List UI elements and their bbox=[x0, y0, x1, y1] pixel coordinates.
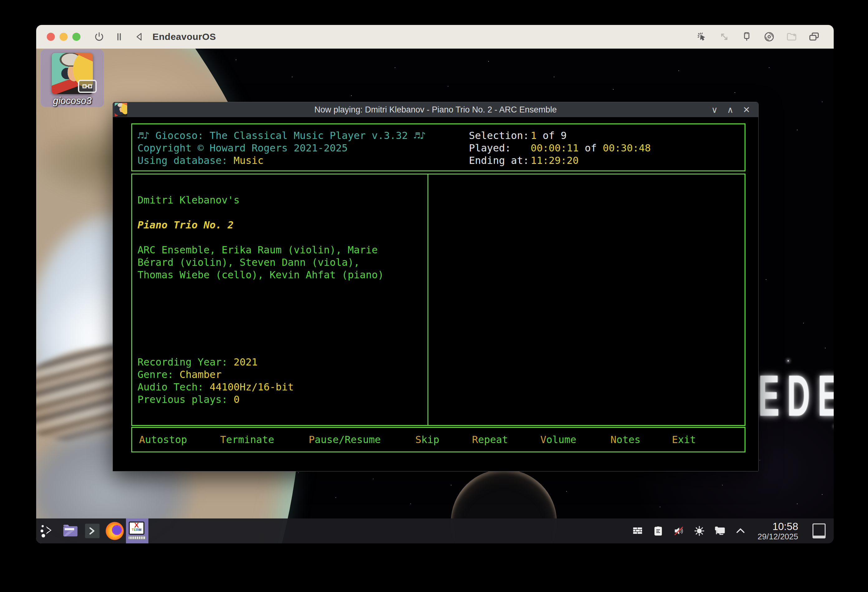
brightness-icon[interactable] bbox=[694, 524, 705, 538]
vm-titlebar[interactable]: EndeavourOS bbox=[36, 25, 834, 49]
genre-line: Genre: Chamber bbox=[137, 368, 384, 381]
firefox-icon[interactable] bbox=[103, 518, 126, 543]
audio-tech-value: 44100Hz/16-bit bbox=[210, 381, 294, 393]
clock[interactable]: 10:58 29/12/2025 bbox=[757, 521, 798, 541]
artists-line: ARC Ensemble, Erika Raum (violin), Marie bbox=[137, 244, 384, 256]
terminal-icon[interactable] bbox=[81, 518, 103, 543]
taskbar: XTERM bbox=[36, 518, 834, 543]
wallpaper-ganymede-text: EDE bbox=[758, 367, 834, 425]
minimize-traffic-light[interactable] bbox=[59, 33, 68, 41]
menu-pause-resume[interactable]: Pause/Resume bbox=[309, 428, 381, 452]
header-box: ♬♪ Giocoso: The Classical Music Player v… bbox=[131, 124, 745, 171]
xterm-window: Now playing: Dmitri Klebanov - Piano Tri… bbox=[112, 102, 759, 471]
vm-window: EndeavourOS bbox=[36, 25, 834, 543]
menu-repeat[interactable]: Repeat bbox=[472, 428, 508, 452]
clock-time: 10:58 bbox=[757, 521, 798, 532]
app-launcher-icon[interactable] bbox=[36, 518, 59, 543]
menu-skip[interactable]: Skip bbox=[415, 428, 439, 452]
vm-window-title: EndeavourOS bbox=[152, 31, 216, 42]
network-icon[interactable] bbox=[714, 524, 726, 538]
shortcut-link-icon bbox=[78, 80, 97, 93]
xterm-icon[interactable]: XTERM bbox=[126, 518, 148, 543]
selection-current: 1 bbox=[531, 130, 537, 141]
close-traffic-light[interactable] bbox=[47, 33, 55, 41]
panel-divider bbox=[427, 174, 428, 425]
usb-icon[interactable] bbox=[741, 31, 753, 43]
file-manager-icon[interactable] bbox=[59, 518, 81, 543]
minimize-button[interactable]: ∨ bbox=[712, 105, 718, 115]
database-name: Music bbox=[233, 155, 263, 166]
keyboard-layout-icon[interactable] bbox=[632, 524, 644, 538]
tray-expand-icon[interactable] bbox=[735, 524, 746, 538]
shared-folder-icon[interactable] bbox=[786, 31, 797, 43]
disc-icon[interactable] bbox=[763, 31, 775, 43]
zoom-traffic-light[interactable] bbox=[72, 33, 80, 41]
pause-icon[interactable] bbox=[113, 31, 125, 43]
desktop-icon-label: giocoso3 bbox=[41, 95, 104, 106]
played-total: 00:30:48 bbox=[603, 142, 651, 154]
previous-plays-value: 0 bbox=[233, 393, 239, 405]
capture-cursor-icon[interactable] bbox=[696, 31, 708, 43]
display-windows-icon[interactable] bbox=[808, 31, 820, 43]
played-elapsed: 00:00:11 bbox=[531, 142, 579, 154]
copyright-line: Copyright © Howard Rogers 2021-2025 bbox=[137, 142, 426, 154]
now-playing-box: Dmitri Klebanov's Piano Trio No. 2 ARC E… bbox=[131, 174, 745, 426]
database-line: Using database: Music bbox=[137, 154, 426, 167]
played-line: Played:00:00:11 of 00:30:48 bbox=[469, 142, 651, 154]
xterm-window-title: Now playing: Dmitri Klebanov - Piano Tri… bbox=[113, 105, 758, 115]
menu-box: Autostop Terminate Pause/Resume Skip Rep… bbox=[131, 427, 745, 452]
terminal-body[interactable]: ♬♪ Giocoso: The Classical Music Player v… bbox=[113, 117, 758, 471]
maximize-button[interactable]: ∧ bbox=[727, 105, 734, 115]
clipboard-icon[interactable] bbox=[652, 524, 664, 538]
artists-line: Bérard (violin), Steven Dann (viola), bbox=[137, 256, 384, 269]
power-icon[interactable] bbox=[93, 31, 105, 43]
volume-muted-icon[interactable] bbox=[673, 524, 685, 538]
eject-back-icon[interactable] bbox=[133, 31, 145, 43]
ending-time: 11:29:20 bbox=[531, 155, 579, 166]
genre-value: Chamber bbox=[180, 368, 222, 380]
audio-tech-line: Audio Tech: 44100Hz/16-bit bbox=[137, 381, 384, 393]
selection-line: Selection:1 of 9 bbox=[469, 129, 651, 142]
close-button[interactable]: ✕ bbox=[743, 105, 750, 115]
menu-notes[interactable]: Notes bbox=[610, 428, 641, 452]
clock-date: 29/12/2025 bbox=[757, 532, 798, 541]
app-title-line: ♬♪ Giocoso: The Classical Music Player v… bbox=[137, 129, 426, 142]
giocoso-artwork bbox=[52, 53, 93, 94]
xterm-titlebar[interactable]: Now playing: Dmitri Klebanov - Piano Tri… bbox=[113, 102, 758, 117]
artists-line: Thomas Wiebe (cello), Kevin Ahfat (piano… bbox=[137, 269, 384, 281]
menu-volume[interactable]: Volume bbox=[540, 428, 576, 452]
desktop: EDE giocoso3 Now playing: Dmitri Klebano… bbox=[36, 49, 834, 543]
ending-line: Ending at:11:29:20 bbox=[469, 154, 651, 167]
resize-icon[interactable] bbox=[718, 31, 730, 43]
desktop-icon-giocoso3[interactable]: giocoso3 bbox=[41, 49, 104, 107]
previous-plays-line: Previous plays: 0 bbox=[137, 393, 384, 406]
window-icon bbox=[115, 103, 127, 116]
composer: Dmitri Klebanov's bbox=[137, 194, 384, 206]
recording-year-value: 2021 bbox=[233, 356, 258, 368]
menu-exit[interactable]: Exit bbox=[672, 428, 696, 452]
recording-year-line: Recording Year: 2021 bbox=[137, 356, 384, 368]
show-desktop-button[interactable] bbox=[812, 523, 825, 538]
selection-total: 9 bbox=[561, 130, 567, 141]
work-title: Piano Trio No. 2 bbox=[137, 219, 384, 231]
menu-autostop[interactable]: Autostop bbox=[139, 428, 187, 452]
menu-terminate[interactable]: Terminate bbox=[220, 428, 274, 452]
